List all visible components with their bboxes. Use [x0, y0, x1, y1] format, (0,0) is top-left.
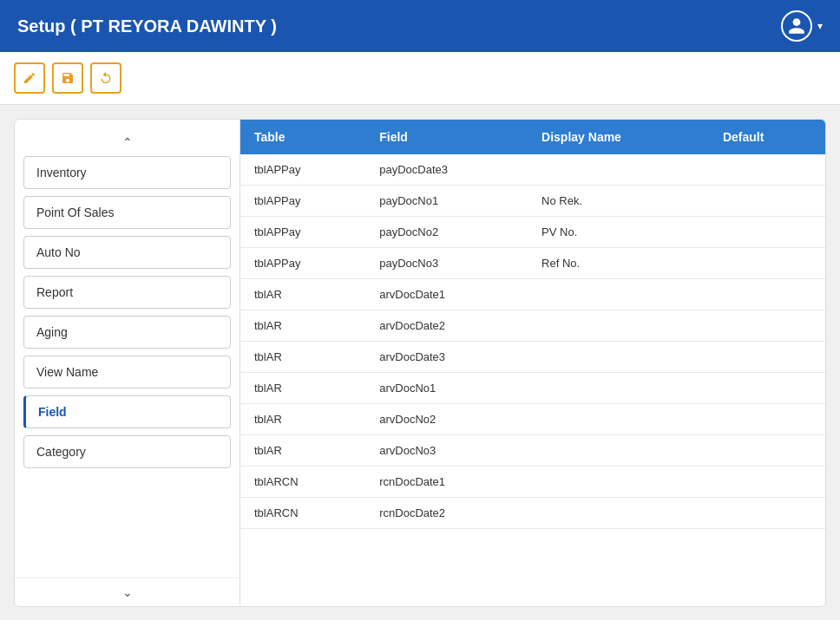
table-row[interactable]: tblARCN rcnDocDate1	[240, 467, 825, 498]
cell-display-name: PV No.	[528, 217, 709, 248]
cell-table: tblAR	[240, 373, 365, 404]
table-row[interactable]: tblAR arvDocDate2	[240, 310, 825, 342]
col-display-name: Display Name	[528, 120, 709, 154]
reset-button[interactable]	[90, 62, 121, 94]
cell-display-name	[528, 154, 709, 186]
cell-default	[709, 217, 825, 248]
cell-display-name	[528, 373, 709, 404]
cell-display-name	[528, 342, 709, 373]
cell-default	[709, 186, 825, 217]
cell-field: payDocNo3	[365, 248, 528, 279]
sidebar-chevron-up[interactable]: ⌃	[23, 128, 231, 156]
cell-display-name	[528, 467, 709, 498]
edit-button[interactable]	[14, 62, 45, 94]
sidebar-item-pos[interactable]: Point Of Sales	[23, 196, 231, 229]
cell-table: tblAR	[240, 435, 365, 467]
sidebar-item-inventory[interactable]: Inventory	[23, 156, 231, 189]
sidebar-chevron-down[interactable]: ⌄	[15, 578, 240, 606]
cell-table: tblARCN	[240, 498, 365, 529]
cell-field: arvDocNo2	[365, 404, 528, 435]
cell-default	[709, 435, 825, 467]
sidebar-item-report-label: Report	[36, 285, 73, 299]
cell-default	[709, 373, 825, 404]
cell-table: tblAPPay	[240, 186, 365, 217]
table-row[interactable]: tblAR arvDocNo3	[240, 435, 825, 467]
cell-default	[709, 310, 825, 342]
cell-table: tblAR	[240, 310, 365, 342]
cell-default	[709, 279, 825, 310]
cell-default	[709, 342, 825, 373]
cell-display-name	[528, 404, 709, 435]
table-row[interactable]: tblAPPay payDocDate3	[240, 154, 825, 186]
table-area: Table Field Display Name Default tblAPPa…	[240, 120, 825, 606]
cell-field: payDocDate3	[365, 154, 528, 186]
col-table: Table	[240, 120, 365, 154]
cell-field: rcnDocDate2	[365, 498, 528, 529]
cell-table: tblAR	[240, 342, 365, 373]
cell-field: arvDocDate2	[365, 310, 528, 342]
cell-default	[709, 248, 825, 279]
cell-display-name: Ref No.	[528, 248, 709, 279]
sidebar-item-report[interactable]: Report	[23, 276, 231, 309]
table-row[interactable]: tblAR arvDocDate1	[240, 279, 825, 310]
cell-field: payDocNo2	[365, 217, 528, 248]
user-avatar	[781, 10, 812, 42]
cell-default	[709, 404, 825, 435]
sidebar: ⌃ Inventory Point Of Sales Auto No Repor…	[15, 120, 240, 606]
sidebar-item-aging-label: Aging	[36, 325, 68, 339]
main-content: ⌃ Inventory Point Of Sales Auto No Repor…	[0, 105, 840, 620]
user-menu[interactable]: ▾	[781, 10, 823, 42]
col-field: Field	[365, 120, 528, 154]
sidebar-item-autono[interactable]: Auto No	[23, 236, 231, 269]
sidebar-item-viewname[interactable]: View Name	[23, 356, 231, 388]
edit-icon	[23, 71, 36, 85]
card: ⌃ Inventory Point Of Sales Auto No Repor…	[14, 119, 826, 607]
cell-default	[709, 498, 825, 529]
table-row[interactable]: tblAPPay payDocNo3 Ref No.	[240, 248, 825, 279]
table-row[interactable]: tblAR arvDocNo1	[240, 373, 825, 404]
save-icon	[61, 71, 75, 85]
save-button[interactable]	[52, 62, 83, 94]
sidebar-item-aging[interactable]: Aging	[23, 316, 231, 349]
cell-table: tblARCN	[240, 467, 365, 498]
sidebar-item-field[interactable]: Field	[23, 395, 231, 428]
header: Setup ( PT REYORA DAWINTY ) ▾	[0, 0, 840, 52]
table-scroll[interactable]: Table Field Display Name Default tblAPPa…	[240, 120, 825, 606]
sidebar-item-field-label: Field	[38, 405, 67, 419]
table-row[interactable]: tblAR arvDocNo2	[240, 404, 825, 435]
user-dropdown-arrow[interactable]: ▾	[817, 20, 823, 32]
table-header-row: Table Field Display Name Default	[240, 120, 825, 154]
cell-field: payDocNo1	[365, 186, 528, 217]
sidebar-item-viewname-label: View Name	[36, 365, 98, 379]
cell-table: tblAPPay	[240, 217, 365, 248]
table-row[interactable]: tblAPPay payDocNo1 No Rek.	[240, 186, 825, 217]
table-row[interactable]: tblAR arvDocDate3	[240, 342, 825, 373]
table-row[interactable]: tblAPPay payDocNo2 PV No.	[240, 217, 825, 248]
col-default: Default	[709, 120, 825, 154]
sidebar-item-pos-label: Point Of Sales	[36, 206, 115, 219]
sidebar-scroll: ⌃ Inventory Point Of Sales Auto No Repor…	[15, 120, 240, 578]
cell-table: tblAPPay	[240, 154, 365, 186]
cell-table: tblAR	[240, 404, 365, 435]
cell-table: tblAR	[240, 279, 365, 310]
data-table: Table Field Display Name Default tblAPPa…	[240, 120, 825, 529]
reset-icon	[99, 71, 113, 85]
cell-display-name	[528, 310, 709, 342]
person-icon	[787, 16, 806, 36]
cell-display-name: No Rek.	[528, 186, 709, 217]
cell-display-name	[528, 435, 709, 467]
cell-display-name	[528, 279, 709, 310]
cell-field: arvDocDate3	[365, 342, 528, 373]
cell-field: rcnDocDate1	[365, 467, 528, 498]
sidebar-item-category[interactable]: Category	[23, 435, 231, 468]
sidebar-item-autono-label: Auto No	[36, 245, 81, 259]
toolbar	[0, 52, 840, 105]
cell-display-name	[528, 498, 709, 529]
table-row[interactable]: tblARCN rcnDocDate2	[240, 498, 825, 529]
cell-field: arvDocNo1	[365, 373, 528, 404]
sidebar-item-inventory-label: Inventory	[36, 166, 87, 179]
cell-field: arvDocNo3	[365, 435, 528, 467]
cell-field: arvDocDate1	[365, 279, 528, 310]
cell-default	[709, 467, 825, 498]
sidebar-item-category-label: Category	[36, 445, 86, 459]
